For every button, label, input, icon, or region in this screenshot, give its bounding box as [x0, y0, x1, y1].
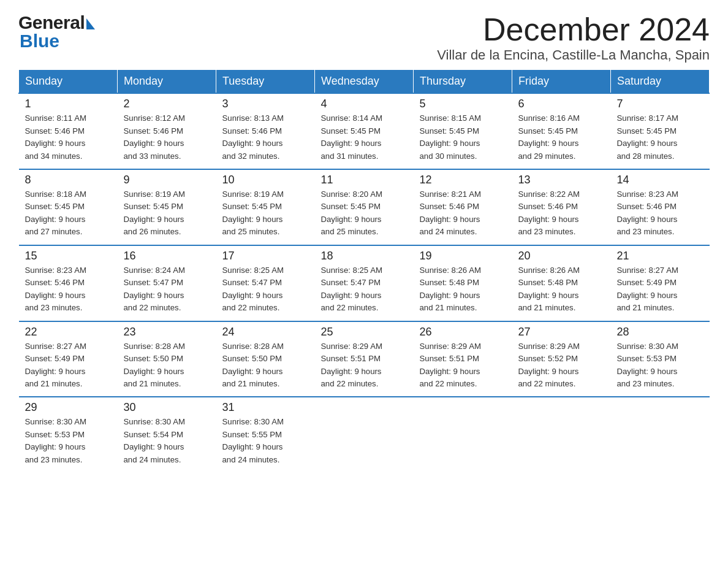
calendar-cell: 19Sunrise: 8:26 AMSunset: 5:48 PMDayligh…	[414, 245, 512, 321]
day-info: Sunrise: 8:27 AMSunset: 5:49 PMDaylight:…	[25, 340, 112, 391]
day-info: Sunrise: 8:12 AMSunset: 5:46 PMDaylight:…	[124, 112, 210, 163]
day-number: 4	[321, 98, 408, 110]
calendar-cell: 9Sunrise: 8:19 AMSunset: 5:45 PMDaylight…	[118, 169, 216, 245]
calendar-cell: 29Sunrise: 8:30 AMSunset: 5:53 PMDayligh…	[19, 397, 118, 472]
day-info: Sunrise: 8:23 AMSunset: 5:46 PMDaylight:…	[25, 264, 112, 315]
calendar-cell: 24Sunrise: 8:28 AMSunset: 5:50 PMDayligh…	[216, 321, 315, 397]
calendar-cell: 25Sunrise: 8:29 AMSunset: 5:51 PMDayligh…	[315, 321, 414, 397]
calendar-body: 1Sunrise: 8:11 AMSunset: 5:46 PMDaylight…	[19, 93, 710, 472]
calendar-cell: 30Sunrise: 8:30 AMSunset: 5:54 PMDayligh…	[118, 397, 216, 472]
day-number: 16	[124, 250, 210, 262]
day-number: 18	[321, 250, 408, 262]
logo-general-text: General	[18, 12, 85, 33]
calendar-cell: 10Sunrise: 8:19 AMSunset: 5:45 PMDayligh…	[216, 169, 315, 245]
day-info: Sunrise: 8:30 AMSunset: 5:54 PMDaylight:…	[124, 416, 210, 466]
day-number: 10	[222, 174, 309, 186]
calendar-week-row: 22Sunrise: 8:27 AMSunset: 5:49 PMDayligh…	[19, 321, 710, 397]
day-number: 15	[25, 250, 112, 262]
calendar-week-row: 1Sunrise: 8:11 AMSunset: 5:46 PMDaylight…	[19, 93, 710, 169]
calendar-week-row: 29Sunrise: 8:30 AMSunset: 5:53 PMDayligh…	[19, 397, 710, 472]
calendar-cell: 23Sunrise: 8:28 AMSunset: 5:50 PMDayligh…	[118, 321, 216, 397]
calendar-cell: 7Sunrise: 8:17 AMSunset: 5:45 PMDaylight…	[611, 93, 710, 169]
day-info: Sunrise: 8:15 AMSunset: 5:45 PMDaylight:…	[420, 112, 506, 163]
page-header: General Blue December 2024 Villar de la …	[18, 12, 710, 63]
day-number: 3	[222, 98, 309, 110]
calendar-cell: 22Sunrise: 8:27 AMSunset: 5:49 PMDayligh…	[19, 321, 118, 397]
day-number: 13	[518, 174, 605, 186]
calendar-cell: 4Sunrise: 8:14 AMSunset: 5:45 PMDaylight…	[315, 93, 414, 169]
day-number: 28	[617, 326, 703, 339]
day-info: Sunrise: 8:26 AMSunset: 5:48 PMDaylight:…	[518, 264, 605, 315]
day-info: Sunrise: 8:19 AMSunset: 5:45 PMDaylight:…	[124, 188, 210, 239]
day-info: Sunrise: 8:25 AMSunset: 5:47 PMDaylight:…	[321, 264, 408, 315]
logo-arrow-icon	[86, 18, 95, 29]
weekday-header-saturday: Saturday	[611, 70, 710, 94]
day-number: 29	[25, 401, 112, 414]
calendar-cell: 15Sunrise: 8:23 AMSunset: 5:46 PMDayligh…	[19, 245, 118, 321]
weekday-header-friday: Friday	[512, 70, 611, 94]
day-info: Sunrise: 8:23 AMSunset: 5:46 PMDaylight:…	[617, 188, 703, 239]
location-title: Villar de la Encina, Castille-La Mancha,…	[437, 47, 710, 63]
weekday-header-thursday: Thursday	[414, 70, 512, 94]
calendar-cell: 16Sunrise: 8:24 AMSunset: 5:47 PMDayligh…	[118, 245, 216, 321]
day-number: 31	[222, 401, 309, 414]
calendar-cell: 14Sunrise: 8:23 AMSunset: 5:46 PMDayligh…	[611, 169, 710, 245]
day-info: Sunrise: 8:13 AMSunset: 5:46 PMDaylight:…	[222, 112, 309, 163]
day-number: 22	[25, 326, 112, 339]
weekday-header-tuesday: Tuesday	[216, 70, 315, 94]
weekday-header-monday: Monday	[118, 70, 216, 94]
calendar-cell: 11Sunrise: 8:20 AMSunset: 5:45 PMDayligh…	[315, 169, 414, 245]
day-info: Sunrise: 8:27 AMSunset: 5:49 PMDaylight:…	[617, 264, 703, 315]
day-number: 30	[124, 401, 210, 414]
calendar-cell	[611, 397, 710, 472]
day-info: Sunrise: 8:30 AMSunset: 5:53 PMDaylight:…	[617, 340, 703, 391]
title-block: December 2024 Villar de la Encina, Casti…	[437, 12, 710, 63]
day-number: 27	[518, 326, 605, 339]
calendar-cell: 21Sunrise: 8:27 AMSunset: 5:49 PMDayligh…	[611, 245, 710, 321]
day-info: Sunrise: 8:14 AMSunset: 5:45 PMDaylight:…	[321, 112, 408, 163]
day-info: Sunrise: 8:20 AMSunset: 5:45 PMDaylight:…	[321, 188, 408, 239]
day-info: Sunrise: 8:16 AMSunset: 5:45 PMDaylight:…	[518, 112, 605, 163]
calendar-cell: 27Sunrise: 8:29 AMSunset: 5:52 PMDayligh…	[512, 321, 611, 397]
day-info: Sunrise: 8:11 AMSunset: 5:46 PMDaylight:…	[25, 112, 112, 163]
day-number: 1	[25, 98, 112, 110]
day-info: Sunrise: 8:28 AMSunset: 5:50 PMDaylight:…	[222, 340, 309, 391]
day-info: Sunrise: 8:21 AMSunset: 5:46 PMDaylight:…	[420, 188, 506, 239]
calendar-cell: 17Sunrise: 8:25 AMSunset: 5:47 PMDayligh…	[216, 245, 315, 321]
day-number: 9	[124, 174, 210, 186]
day-number: 12	[420, 174, 506, 186]
calendar-cell: 12Sunrise: 8:21 AMSunset: 5:46 PMDayligh…	[414, 169, 512, 245]
day-info: Sunrise: 8:18 AMSunset: 5:45 PMDaylight:…	[25, 188, 112, 239]
calendar-cell: 28Sunrise: 8:30 AMSunset: 5:53 PMDayligh…	[611, 321, 710, 397]
day-info: Sunrise: 8:30 AMSunset: 5:55 PMDaylight:…	[222, 416, 309, 466]
calendar-header: SundayMondayTuesdayWednesdayThursdayFrid…	[19, 70, 710, 94]
calendar-cell	[315, 397, 414, 472]
calendar-cell: 18Sunrise: 8:25 AMSunset: 5:47 PMDayligh…	[315, 245, 414, 321]
calendar-cell: 31Sunrise: 8:30 AMSunset: 5:55 PMDayligh…	[216, 397, 315, 472]
calendar-cell: 2Sunrise: 8:12 AMSunset: 5:46 PMDaylight…	[118, 93, 216, 169]
day-number: 14	[617, 174, 703, 186]
calendar-cell	[512, 397, 611, 472]
calendar-table: SundayMondayTuesdayWednesdayThursdayFrid…	[18, 69, 710, 472]
calendar-cell: 1Sunrise: 8:11 AMSunset: 5:46 PMDaylight…	[19, 93, 118, 169]
calendar-cell: 3Sunrise: 8:13 AMSunset: 5:46 PMDaylight…	[216, 93, 315, 169]
day-number: 11	[321, 174, 408, 186]
day-number: 19	[420, 250, 506, 262]
day-info: Sunrise: 8:28 AMSunset: 5:50 PMDaylight:…	[124, 340, 210, 391]
weekday-header-sunday: Sunday	[19, 70, 118, 94]
day-number: 17	[222, 250, 309, 262]
calendar-week-row: 15Sunrise: 8:23 AMSunset: 5:46 PMDayligh…	[19, 245, 710, 321]
logo: General Blue	[18, 12, 95, 52]
month-title: December 2024	[437, 12, 710, 47]
calendar-cell: 5Sunrise: 8:15 AMSunset: 5:45 PMDaylight…	[414, 93, 512, 169]
day-info: Sunrise: 8:29 AMSunset: 5:51 PMDaylight:…	[420, 340, 506, 391]
calendar-cell: 6Sunrise: 8:16 AMSunset: 5:45 PMDaylight…	[512, 93, 611, 169]
weekday-header-wednesday: Wednesday	[315, 70, 414, 94]
day-info: Sunrise: 8:29 AMSunset: 5:51 PMDaylight:…	[321, 340, 408, 391]
day-info: Sunrise: 8:25 AMSunset: 5:47 PMDaylight:…	[222, 264, 309, 315]
logo-blue-text: Blue	[20, 31, 59, 52]
day-info: Sunrise: 8:22 AMSunset: 5:46 PMDaylight:…	[518, 188, 605, 239]
day-info: Sunrise: 8:17 AMSunset: 5:45 PMDaylight:…	[617, 112, 703, 163]
day-info: Sunrise: 8:30 AMSunset: 5:53 PMDaylight:…	[25, 416, 112, 466]
calendar-cell: 20Sunrise: 8:26 AMSunset: 5:48 PMDayligh…	[512, 245, 611, 321]
